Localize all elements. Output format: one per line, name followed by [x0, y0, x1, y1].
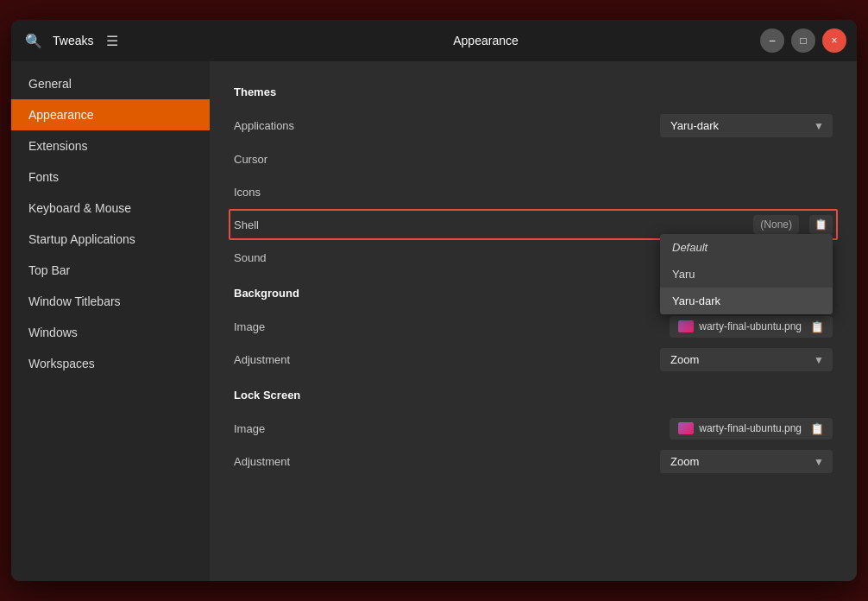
- ls-image-copy-icon[interactable]: 📋: [810, 422, 824, 435]
- cursor-label: Cursor: [234, 153, 833, 166]
- shell-label: Shell: [234, 218, 753, 231]
- menu-icon[interactable]: ☰: [100, 28, 124, 53]
- ls-image-row: Image warty-final-ubuntu.png 📋: [234, 412, 833, 445]
- sidebar-item-appearance[interactable]: Appearance: [11, 99, 210, 130]
- applications-label: Applications: [234, 119, 660, 132]
- sound-label: Sound: [234, 251, 660, 264]
- main-window: 🔍 Tweaks ☰ Appearance – □ × General Appe…: [11, 20, 857, 581]
- themes-section-title: Themes: [234, 85, 833, 98]
- sidebar-item-keyboard-mouse[interactable]: Keyboard & Mouse: [11, 193, 210, 224]
- shell-row: Shell (None) 📋 Default Yaru Yaru-dark: [234, 208, 833, 241]
- bg-image-copy-icon[interactable]: 📋: [810, 320, 824, 333]
- ls-image-filename: warty-final-ubuntu.png: [699, 422, 802, 434]
- ls-adjustment-select-wrapper: Zoom ▼: [660, 450, 833, 473]
- sidebar-item-window-titlebars[interactable]: Window Titlebars: [11, 286, 210, 317]
- titlebar: 🔍 Tweaks ☰ Appearance – □ ×: [11, 20, 857, 61]
- titlebar-left: 🔍 Tweaks ☰: [22, 28, 211, 53]
- sidebar-item-workspaces[interactable]: Workspaces: [11, 348, 210, 379]
- window-title: Appearance: [211, 34, 760, 47]
- bg-image-value: warty-final-ubuntu.png 📋: [670, 316, 833, 338]
- bg-image-filename: warty-final-ubuntu.png: [699, 320, 802, 332]
- window-controls: – □ ×: [760, 28, 846, 53]
- dropdown-item-yaru-dark[interactable]: Yaru-dark: [660, 288, 833, 314]
- sidebar-item-general[interactable]: General: [11, 68, 210, 99]
- bg-image-row: Image warty-final-ubuntu.png 📋: [234, 310, 833, 343]
- shell-dropdown: Default Yaru Yaru-dark: [660, 234, 833, 314]
- minimize-button[interactable]: –: [760, 28, 784, 53]
- icons-row: Icons: [234, 175, 833, 208]
- lock-screen-section-title: Lock Screen: [234, 389, 833, 402]
- shell-copy-icon[interactable]: 📋: [809, 215, 833, 234]
- applications-select-wrapper: Yaru-dark ▼: [660, 114, 833, 137]
- ls-image-value: warty-final-ubuntu.png 📋: [670, 418, 833, 440]
- close-button[interactable]: ×: [822, 28, 846, 53]
- bg-adjustment-label: Adjustment: [234, 353, 660, 366]
- bg-adjustment-select-wrapper: Zoom ▼: [660, 348, 833, 371]
- cursor-row: Cursor: [234, 142, 833, 175]
- bg-image-label: Image: [234, 320, 670, 333]
- content-area: Themes Applications Yaru-dark ▼ Cursor I…: [210, 61, 857, 581]
- ls-adjustment-select[interactable]: Zoom: [660, 450, 833, 473]
- ls-image-label: Image: [234, 422, 670, 435]
- shell-controls: (None) 📋: [753, 215, 833, 234]
- bg-image-thumbnail: [678, 320, 694, 332]
- search-icon[interactable]: 🔍: [22, 28, 46, 53]
- dropdown-item-default[interactable]: Default: [660, 234, 833, 261]
- sidebar: General Appearance Extensions Fonts Keyb…: [11, 61, 210, 581]
- bg-adjustment-select[interactable]: Zoom: [660, 348, 833, 371]
- sidebar-item-top-bar[interactable]: Top Bar: [11, 255, 210, 286]
- bg-adjustment-row: Adjustment Zoom ▼: [234, 343, 833, 376]
- sidebar-item-fonts[interactable]: Fonts: [11, 161, 210, 193]
- shell-none-badge: (None): [753, 215, 799, 234]
- ls-adjustment-row: Adjustment Zoom ▼: [234, 445, 833, 478]
- dropdown-item-yaru[interactable]: Yaru: [660, 261, 833, 288]
- icons-label: Icons: [234, 186, 833, 199]
- sidebar-item-extensions[interactable]: Extensions: [11, 130, 210, 161]
- app-name: Tweaks: [53, 34, 93, 47]
- body: General Appearance Extensions Fonts Keyb…: [11, 61, 857, 581]
- maximize-button[interactable]: □: [791, 28, 815, 53]
- sidebar-item-startup-applications[interactable]: Startup Applications: [11, 224, 210, 255]
- applications-row: Applications Yaru-dark ▼: [234, 109, 833, 142]
- ls-image-thumbnail: [678, 422, 694, 434]
- ls-adjustment-label: Adjustment: [234, 455, 660, 468]
- sidebar-item-windows[interactable]: Windows: [11, 317, 210, 348]
- applications-select[interactable]: Yaru-dark: [660, 114, 833, 137]
